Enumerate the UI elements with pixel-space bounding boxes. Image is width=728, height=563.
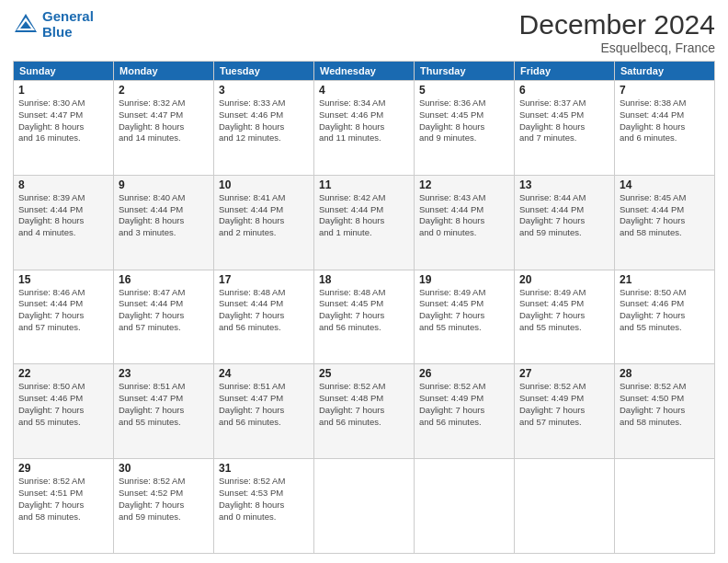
main-title: December 2024 [519,9,715,40]
day-number: 17 [219,273,309,286]
day-number: 16 [119,273,209,286]
calendar-cell: 6Sunrise: 8:37 AM Sunset: 4:45 PM Daylig… [515,81,615,176]
day-number: 10 [219,178,309,191]
page: General Blue December 2024 Esquelbecq, F… [0,0,728,563]
calendar-cell: 22Sunrise: 8:50 AM Sunset: 4:46 PM Dayli… [14,364,114,459]
calendar-cell: 7Sunrise: 8:38 AM Sunset: 4:44 PM Daylig… [615,81,715,176]
day-number: 20 [519,273,609,286]
day-number: 29 [18,462,108,475]
calendar-cell: 30Sunrise: 8:52 AM Sunset: 4:52 PM Dayli… [114,459,214,554]
day-info: Sunrise: 8:52 AM Sunset: 4:52 PM Dayligh… [119,476,209,523]
calendar-cell: 28Sunrise: 8:52 AM Sunset: 4:50 PM Dayli… [615,364,715,459]
calendar-cell: 20Sunrise: 8:49 AM Sunset: 4:45 PM Dayli… [515,270,615,364]
day-number: 14 [620,178,710,191]
day-info: Sunrise: 8:32 AM Sunset: 4:47 PM Dayligh… [119,98,209,144]
weekday-header-sunday: Sunday [14,62,114,81]
day-number: 3 [219,84,309,97]
day-number: 11 [319,178,409,191]
day-number: 12 [419,178,509,191]
title-block: December 2024 Esquelbecq, France [519,9,715,55]
day-info: Sunrise: 8:34 AM Sunset: 4:46 PM Dayligh… [319,98,409,144]
day-info: Sunrise: 8:41 AM Sunset: 4:44 PM Dayligh… [219,192,309,239]
day-info: Sunrise: 8:50 AM Sunset: 4:46 PM Dayligh… [18,381,108,428]
day-info: Sunrise: 8:50 AM Sunset: 4:46 PM Dayligh… [620,287,710,334]
calendar-cell: 2Sunrise: 8:32 AM Sunset: 4:47 PM Daylig… [114,81,214,176]
calendar-cell: 10Sunrise: 8:41 AM Sunset: 4:44 PM Dayli… [214,175,314,270]
day-info: Sunrise: 8:43 AM Sunset: 4:44 PM Dayligh… [419,192,509,239]
weekday-header-thursday: Thursday [415,62,515,81]
day-number: 23 [119,367,209,380]
day-number: 24 [219,367,309,380]
day-info: Sunrise: 8:52 AM Sunset: 4:53 PM Dayligh… [219,476,309,523]
calendar-cell: 24Sunrise: 8:51 AM Sunset: 4:47 PM Dayli… [214,364,314,459]
day-number: 28 [620,367,710,380]
calendar-cell [515,459,615,554]
calendar-cell: 17Sunrise: 8:48 AM Sunset: 4:44 PM Dayli… [214,270,314,364]
day-number: 8 [18,178,108,191]
header: General Blue December 2024 Esquelbecq, F… [13,9,715,55]
weekday-header-tuesday: Tuesday [214,62,314,81]
day-number: 5 [419,84,509,97]
day-number: 26 [419,367,509,380]
calendar-cell: 12Sunrise: 8:43 AM Sunset: 4:44 PM Dayli… [415,175,515,270]
day-info: Sunrise: 8:51 AM Sunset: 4:47 PM Dayligh… [219,381,309,428]
day-number: 19 [419,273,509,286]
calendar-cell: 13Sunrise: 8:44 AM Sunset: 4:44 PM Dayli… [515,175,615,270]
day-number: 18 [319,273,409,286]
day-info: Sunrise: 8:46 AM Sunset: 4:44 PM Dayligh… [18,287,108,334]
calendar-cell: 16Sunrise: 8:47 AM Sunset: 4:44 PM Dayli… [114,270,214,364]
logo-icon [13,12,39,38]
calendar-cell [415,459,515,554]
day-number: 22 [18,367,108,380]
calendar-cell: 14Sunrise: 8:45 AM Sunset: 4:44 PM Dayli… [615,175,715,270]
day-info: Sunrise: 8:49 AM Sunset: 4:45 PM Dayligh… [519,287,609,334]
day-number: 15 [18,273,108,286]
calendar-cell: 9Sunrise: 8:40 AM Sunset: 4:44 PM Daylig… [114,175,214,270]
calendar-cell: 1Sunrise: 8:30 AM Sunset: 4:47 PM Daylig… [14,81,114,176]
day-info: Sunrise: 8:52 AM Sunset: 4:48 PM Dayligh… [319,381,409,428]
day-number: 25 [319,367,409,380]
day-info: Sunrise: 8:49 AM Sunset: 4:45 PM Dayligh… [419,287,509,334]
calendar-cell: 29Sunrise: 8:52 AM Sunset: 4:51 PM Dayli… [14,459,114,554]
calendar-cell: 23Sunrise: 8:51 AM Sunset: 4:47 PM Dayli… [114,364,214,459]
day-info: Sunrise: 8:45 AM Sunset: 4:44 PM Dayligh… [620,192,710,239]
day-info: Sunrise: 8:30 AM Sunset: 4:47 PM Dayligh… [18,98,108,144]
day-info: Sunrise: 8:38 AM Sunset: 4:44 PM Dayligh… [620,98,710,144]
day-number: 4 [319,84,409,97]
day-info: Sunrise: 8:48 AM Sunset: 4:44 PM Dayligh… [219,287,309,334]
day-info: Sunrise: 8:37 AM Sunset: 4:45 PM Dayligh… [519,98,609,144]
day-number: 7 [620,84,710,97]
day-number: 9 [119,178,209,191]
calendar-cell: 5Sunrise: 8:36 AM Sunset: 4:45 PM Daylig… [415,81,515,176]
calendar-cell: 21Sunrise: 8:50 AM Sunset: 4:46 PM Dayli… [615,270,715,364]
calendar-cell: 25Sunrise: 8:52 AM Sunset: 4:48 PM Dayli… [314,364,415,459]
day-number: 1 [18,84,108,97]
logo-text: General Blue [42,9,94,40]
day-number: 31 [219,462,309,475]
day-info: Sunrise: 8:33 AM Sunset: 4:46 PM Dayligh… [219,98,309,144]
day-info: Sunrise: 8:52 AM Sunset: 4:50 PM Dayligh… [620,381,710,428]
day-number: 21 [620,273,710,286]
calendar-cell: 8Sunrise: 8:39 AM Sunset: 4:44 PM Daylig… [14,175,114,270]
weekday-header-friday: Friday [515,62,615,81]
logo: General Blue [13,9,94,40]
calendar-cell [615,459,715,554]
day-number: 13 [519,178,609,191]
day-info: Sunrise: 8:42 AM Sunset: 4:44 PM Dayligh… [319,192,409,239]
calendar-cell: 3Sunrise: 8:33 AM Sunset: 4:46 PM Daylig… [214,81,314,176]
calendar-cell: 11Sunrise: 8:42 AM Sunset: 4:44 PM Dayli… [314,175,415,270]
day-number: 6 [519,84,609,97]
weekday-header-saturday: Saturday [615,62,715,81]
calendar-cell [314,459,415,554]
calendar-cell: 27Sunrise: 8:52 AM Sunset: 4:49 PM Dayli… [515,364,615,459]
calendar-cell: 15Sunrise: 8:46 AM Sunset: 4:44 PM Dayli… [14,270,114,364]
day-number: 2 [119,84,209,97]
calendar-cell: 19Sunrise: 8:49 AM Sunset: 4:45 PM Dayli… [415,270,515,364]
calendar-cell: 26Sunrise: 8:52 AM Sunset: 4:49 PM Dayli… [415,364,515,459]
calendar-table: SundayMondayTuesdayWednesdayThursdayFrid… [13,61,715,554]
day-info: Sunrise: 8:48 AM Sunset: 4:45 PM Dayligh… [319,287,409,334]
calendar-cell: 4Sunrise: 8:34 AM Sunset: 4:46 PM Daylig… [314,81,415,176]
day-info: Sunrise: 8:44 AM Sunset: 4:44 PM Dayligh… [519,192,609,239]
calendar-cell: 18Sunrise: 8:48 AM Sunset: 4:45 PM Dayli… [314,270,415,364]
day-info: Sunrise: 8:47 AM Sunset: 4:44 PM Dayligh… [119,287,209,334]
